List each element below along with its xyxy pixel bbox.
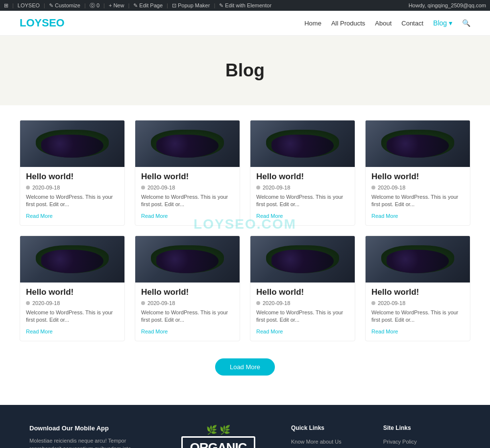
site-logo[interactable]: LOYSEO xyxy=(20,17,65,29)
berry-image xyxy=(250,120,355,167)
blog-card-image xyxy=(20,236,124,283)
blog-card-date: 2020-09-18 xyxy=(141,300,234,306)
footer-grid: Download Our Mobile App Molestiae reicie… xyxy=(29,424,461,448)
blog-card-title: Hello world! xyxy=(26,172,119,182)
blog-card-body: Hello world! 2020-09-18 Welcome to WordP… xyxy=(366,283,470,341)
berry-image xyxy=(366,120,470,167)
blog-card-title: Hello world! xyxy=(256,172,349,182)
blog-card-title: Hello world! xyxy=(371,172,464,182)
footer-app-description: Molestiae reiciendis neque arcu! Tempor … xyxy=(29,437,146,448)
read-more-link[interactable]: Read More xyxy=(256,329,283,334)
blog-card-body: Hello world! 2020-09-18 Welcome to WordP… xyxy=(135,283,240,341)
blog-date-text: 2020-09-18 xyxy=(378,185,405,190)
main-nav: Home All Products About Contact Blog ▾ 🔍 xyxy=(304,19,470,27)
blog-card: Hello world! 2020-09-18 Welcome to WordP… xyxy=(20,236,125,341)
blog-card-excerpt: Welcome to WordPress. This is your first… xyxy=(141,309,234,324)
nav-contact[interactable]: Contact xyxy=(401,20,423,27)
nav-about[interactable]: About xyxy=(375,20,392,27)
admin-edit-page[interactable]: ✎ Edit Page xyxy=(133,2,163,9)
admin-comments[interactable]: ⓪ 0 xyxy=(90,2,99,9)
wp-logo[interactable]: ⊞ xyxy=(4,2,8,9)
footer-brand-section: 🌿 🌿 ORGANIC STORE Click edit button to c… xyxy=(160,424,276,448)
footer-app-title: Download Our Mobile App xyxy=(29,424,146,432)
read-more-link[interactable]: Read More xyxy=(26,213,52,219)
admin-bar: ⊞ | LOYSEO | ✎ Customize | ⓪ 0 | + New |… xyxy=(0,0,490,11)
berry-image xyxy=(135,120,240,167)
date-dot-icon xyxy=(26,301,30,305)
site-link[interactable]: Privacy Policy xyxy=(383,439,416,445)
footer-app-section: Download Our Mobile App Molestiae reicie… xyxy=(29,424,146,448)
blog-card-title: Hello world! xyxy=(141,287,234,297)
admin-loyseo[interactable]: LOYSEO xyxy=(18,2,40,8)
site-links-title: Site Links xyxy=(383,424,461,431)
read-more-link[interactable]: Read More xyxy=(256,213,283,219)
blog-date-text: 2020-09-18 xyxy=(263,300,290,306)
page-title: Blog xyxy=(10,60,480,81)
blog-card-date: 2020-09-18 xyxy=(256,300,349,306)
blog-card-title: Hello world! xyxy=(26,287,119,297)
page-hero: Blog xyxy=(0,36,490,105)
blog-card: Hello world! 2020-09-18 Welcome to WordP… xyxy=(250,120,355,226)
blog-card-image xyxy=(135,236,240,283)
blog-card-body: Hello world! 2020-09-18 Welcome to WordP… xyxy=(20,283,124,341)
berry-image xyxy=(366,236,470,283)
blog-card-date: 2020-09-18 xyxy=(26,185,119,190)
site-header: LOYSEO Home All Products About Contact B… xyxy=(0,11,490,36)
site-links-list: Privacy PolicyShipping DetailsOffers Cou… xyxy=(383,437,461,448)
logo-rest: SEO xyxy=(42,17,64,29)
read-more-link[interactable]: Read More xyxy=(141,329,168,334)
list-item: Privacy Policy xyxy=(383,437,461,445)
logo-accent: Y xyxy=(35,17,42,29)
blog-card: Hello world! 2020-09-18 Welcome to WordP… xyxy=(135,120,240,226)
organic-leaves-icon: 🌿 🌿 xyxy=(160,424,276,435)
blog-card-image xyxy=(250,120,355,167)
nav-all-products[interactable]: All Products xyxy=(331,20,365,27)
read-more-link[interactable]: Read More xyxy=(371,213,398,219)
blog-card-title: Hello world! xyxy=(371,287,464,297)
load-more-wrap: Load More xyxy=(20,351,470,390)
admin-elementor[interactable]: ✎ Edit with Elementor xyxy=(219,2,271,9)
nav-blog[interactable]: Blog ▾ xyxy=(433,19,452,27)
admin-popup-maker[interactable]: ⊡ Popup Maker xyxy=(172,2,210,9)
date-dot-icon xyxy=(26,186,30,189)
nav-home[interactable]: Home xyxy=(304,20,321,27)
blog-card-body: Hello world! 2020-09-18 Welcome to WordP… xyxy=(135,167,240,225)
logo-text: LO xyxy=(20,17,35,29)
blog-card-date: 2020-09-18 xyxy=(371,300,464,306)
blog-card-image xyxy=(20,120,124,167)
read-more-link[interactable]: Read More xyxy=(141,213,168,219)
quick-link[interactable]: Know More about Us xyxy=(291,439,342,445)
blog-card-date: 2020-09-18 xyxy=(256,185,349,190)
blog-date-text: 2020-09-18 xyxy=(263,185,290,190)
load-more-button[interactable]: Load More xyxy=(215,358,275,376)
search-icon[interactable]: 🔍 xyxy=(462,19,470,27)
site-footer: Download Our Mobile App Molestiae reicie… xyxy=(0,405,490,448)
date-dot-icon xyxy=(141,301,145,305)
read-more-link[interactable]: Read More xyxy=(26,329,52,334)
admin-customize[interactable]: ✎ Customize xyxy=(49,2,80,9)
blog-card-title: Hello world! xyxy=(141,172,234,182)
blog-card-date: 2020-09-18 xyxy=(141,185,234,190)
read-more-link[interactable]: Read More xyxy=(371,329,398,334)
list-item: Know More about Us xyxy=(291,437,368,445)
blog-card-excerpt: Welcome to WordPress. This is your first… xyxy=(371,193,464,209)
blog-card: Hello world! 2020-09-18 Welcome to WordP… xyxy=(135,236,240,341)
date-dot-icon xyxy=(371,186,375,189)
admin-new[interactable]: + New xyxy=(109,2,124,8)
blog-grid-2: Hello world! 2020-09-18 Welcome to WordP… xyxy=(20,236,470,341)
blog-card-date: 2020-09-18 xyxy=(371,185,464,190)
blog-card-body: Hello world! 2020-09-18 Welcome to WordP… xyxy=(250,283,355,341)
blog-card-image xyxy=(366,120,470,167)
date-dot-icon xyxy=(371,301,375,305)
berry-image xyxy=(20,236,124,283)
admin-bar-left: ⊞ | LOYSEO | ✎ Customize | ⓪ 0 | + New |… xyxy=(4,2,404,9)
blog-card: Hello world! 2020-09-18 Welcome to WordP… xyxy=(20,120,125,226)
blog-date-text: 2020-09-18 xyxy=(32,300,60,306)
blog-card-excerpt: Welcome to WordPress. This is your first… xyxy=(256,193,349,209)
blog-date-text: 2020-09-18 xyxy=(378,300,405,306)
blog-card-title: Hello world! xyxy=(256,287,349,297)
berry-image xyxy=(135,236,240,283)
quick-links-list: Know More about UsVisit StoreLet's Conne… xyxy=(291,437,368,448)
blog-card: Hello world! 2020-09-18 Welcome to WordP… xyxy=(250,236,355,341)
admin-user[interactable]: Howdy, qingqing_2509@qq.com xyxy=(409,2,486,8)
